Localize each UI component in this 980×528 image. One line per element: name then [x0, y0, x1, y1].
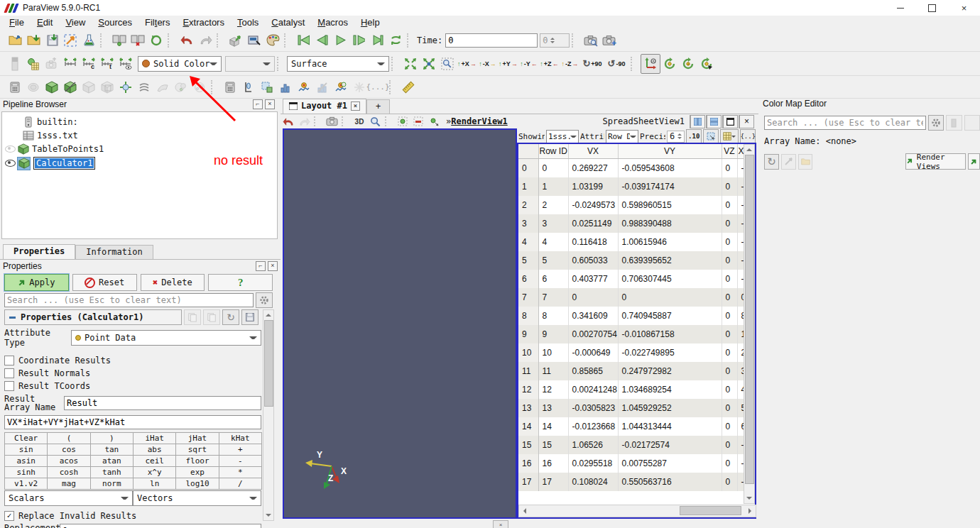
properties-float-button[interactable]: ⌐	[256, 261, 266, 271]
row-header[interactable]: 4	[518, 233, 538, 251]
cell[interactable]: 0.269227	[568, 159, 618, 178]
screenshot-button[interactable]	[245, 31, 263, 50]
cell[interactable]: 0	[722, 473, 737, 491]
cell[interactable]: 0	[722, 436, 737, 454]
cell[interactable]: -0.039174174	[618, 177, 722, 196]
cell[interactable]: 0.00755287	[618, 454, 722, 473]
reset-button[interactable]: Reset	[72, 274, 137, 291]
table-row[interactable]: 1414-0.01236681.04431344406	[518, 417, 744, 436]
table-row[interactable]: 12120.002412481.03468925404	[518, 380, 744, 399]
calc-button-log10[interactable]: log10	[175, 478, 219, 490]
row-header[interactable]: 1	[518, 177, 538, 196]
vcr-previous-frame-button[interactable]	[312, 31, 331, 50]
calc-button-([interactable]: (	[47, 432, 90, 444]
undo-button[interactable]	[178, 31, 196, 50]
cell[interactable]: 0.550563716	[618, 473, 722, 491]
cell[interactable]: 0.740945887	[618, 307, 722, 325]
cell[interactable]: 1.03199	[568, 177, 618, 196]
camera-minus-x-button[interactable]: ↑-X→	[477, 55, 498, 72]
redo-button[interactable]	[196, 31, 214, 50]
cell[interactable]: 1.044313444	[618, 417, 722, 436]
column-header-Row-ID[interactable]: Row ID	[538, 144, 568, 159]
edit-color-map-button[interactable]	[24, 55, 43, 73]
close-view-button[interactable]: ×	[739, 115, 754, 128]
rescale-to-data-range-button[interactable]	[61, 55, 80, 73]
cell[interactable]: 13	[538, 399, 568, 417]
calc-button-/[interactable]: /	[219, 478, 262, 490]
properties-scrollbar[interactable]	[263, 309, 274, 521]
catalyst-flask-icon[interactable]	[80, 31, 98, 50]
menu-help[interactable]: Help	[354, 17, 386, 28]
cell[interactable]: -0.02172574	[618, 436, 722, 454]
calc-button-abs[interactable]: abs	[133, 444, 176, 456]
table-row[interactable]: 22-0.02495730.5989605150-	[518, 196, 744, 214]
programmable-filter-button[interactable]: {...}	[369, 78, 387, 97]
cell[interactable]: 15	[538, 436, 568, 454]
camera-link-add-button[interactable]: +	[600, 31, 619, 50]
contour-filter-button[interactable]	[24, 78, 43, 97]
coordinate-results-checkbox-row[interactable]: Coordinate Results	[4, 354, 261, 367]
select-points-button[interactable]	[395, 114, 410, 128]
menu-view[interactable]: View	[59, 17, 92, 28]
cell[interactable]: 0	[568, 288, 618, 307]
vcr-next-frame-button[interactable]	[349, 31, 368, 50]
pick-center-button[interactable]: +	[679, 55, 697, 73]
table-row[interactable]: 550.6050330.6393956520-	[518, 251, 744, 270]
visibility-eye-icon[interactable]	[5, 145, 16, 153]
stream-tracer-button[interactable]	[135, 78, 153, 97]
visibility-eye-icon[interactable]	[5, 160, 16, 167]
cell[interactable]: 2	[538, 196, 568, 214]
cell[interactable]: 0	[722, 196, 737, 214]
camera-undo-button[interactable]	[281, 114, 296, 128]
reset-camera-button[interactable]	[401, 55, 420, 73]
cell[interactable]: -0.0249573	[568, 196, 618, 214]
show-orientation-axes-toggle[interactable]	[641, 54, 660, 74]
calc-button-atan[interactable]: atan	[90, 455, 134, 467]
camera-plus-y-button[interactable]: ↑+Y→	[498, 55, 518, 72]
cell[interactable]: 0	[722, 288, 737, 307]
select-cells-button[interactable]	[410, 114, 426, 128]
row-header[interactable]: 7	[518, 288, 538, 307]
cell[interactable]: -0.0305823	[568, 399, 618, 417]
calc-button-x^y[interactable]: x^y	[133, 466, 176, 478]
calc-button-cos[interactable]: cos	[47, 444, 90, 456]
paste-properties-button[interactable]	[203, 309, 220, 325]
auto-apply-toggle[interactable]	[61, 31, 80, 50]
cell[interactable]: 0.403777	[568, 270, 618, 288]
cell[interactable]: -0.0123668	[568, 417, 618, 436]
disconnect-server-button[interactable]	[129, 31, 147, 50]
cell[interactable]: 0.85865	[568, 362, 618, 380]
probe-location-button[interactable]	[239, 78, 258, 97]
ruler-button[interactable]	[399, 78, 418, 97]
scalars-dropdown[interactable]: Scalars	[4, 490, 133, 506]
calc-button--[interactable]: -	[219, 455, 262, 467]
group-datasets-button[interactable]	[172, 78, 190, 97]
rename-input[interactable]: Calculator1	[33, 157, 95, 170]
fixed-representation-toggle[interactable]: .10	[686, 129, 702, 143]
calc-button-sinh[interactable]: sinh	[4, 466, 48, 478]
maximize-button[interactable]	[916, 0, 948, 16]
row-header[interactable]: 3	[518, 214, 538, 233]
table-row[interactable]: 990.00270754-0.01086715801	[518, 325, 744, 343]
cell[interactable]: 5	[538, 251, 568, 270]
expression-input[interactable]	[4, 415, 261, 429]
render-views-button[interactable]: Render Views	[905, 153, 965, 170]
cell[interactable]: 17	[538, 473, 568, 491]
split-horizontal-button[interactable]	[690, 115, 705, 128]
cell[interactable]: 0	[722, 399, 737, 417]
cell[interactable]: 0	[722, 177, 737, 196]
delete-button[interactable]: ✖Delete	[141, 274, 205, 291]
cell[interactable]: 0	[538, 159, 568, 178]
spreadsheet-horizontal-scrollbar[interactable]	[518, 505, 756, 517]
camera-minus-y-button[interactable]: ↑-Y←	[518, 55, 539, 72]
update-views-button[interactable]: ↻	[764, 154, 779, 170]
save-state-button[interactable]	[24, 31, 43, 50]
cell[interactable]: 6	[538, 270, 568, 288]
row-header[interactable]: 5	[518, 251, 538, 270]
cell[interactable]: 3	[538, 214, 568, 233]
calc-button-kHat[interactable]: kHat	[219, 432, 262, 444]
cell[interactable]: 1.045929252	[618, 399, 722, 417]
cell[interactable]: 0	[722, 362, 737, 380]
calc-button-iHat[interactable]: iHat	[133, 432, 176, 444]
colormap-detach-button[interactable]	[946, 115, 962, 131]
